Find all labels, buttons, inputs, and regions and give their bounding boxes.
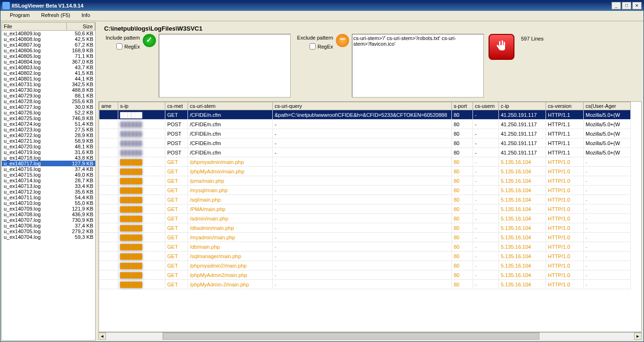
file-row[interactable]: u_ex140710.log55,0 KB <box>2 200 95 206</box>
file-row[interactable]: u_ex140725.log746,8 KB <box>2 115 95 121</box>
log-path: C:\inetpub\logs\LogFiles\W3SVC1 <box>98 23 642 34</box>
title-bar: IISLogViewer Beta V1.14.9.14 _ □ ✕ <box>0 0 644 11</box>
file-row[interactable]: u_ex140808.log42,5 KB <box>2 36 95 42</box>
include-label: Include pattern <box>106 35 140 41</box>
file-row[interactable]: u_ex140809.log50,6 KB <box>2 31 95 36</box>
file-row[interactable]: u_ex140712.log35,6 KB <box>2 189 95 195</box>
log-row[interactable]: ██████GET/sqlmanager/main.php-80-5.135.1… <box>99 252 631 261</box>
include-ok-icon <box>143 34 156 47</box>
minimize-button[interactable]: _ <box>611 2 621 9</box>
log-row[interactable]: ██████GET/phpMyAdmin2/main.php-80-5.135.… <box>99 270 631 280</box>
col-header[interactable]: cs(User-Ager <box>584 102 631 110</box>
col-header[interactable]: cs-usern <box>473 102 499 110</box>
file-row[interactable]: u_ex140730.log488,8 KB <box>2 87 95 93</box>
file-col-header-size[interactable]: Size <box>67 23 95 30</box>
log-row[interactable]: ██████POST/CFIDE/n.cfm-80-41.250.191.117… <box>99 120 631 129</box>
log-row[interactable]: ██████GET/phpMyAdmin/main.php-80-5.135.1… <box>99 167 631 176</box>
log-row[interactable]: ██████POST/CFIDE/n.cfm-80-41.250.191.117… <box>99 129 631 138</box>
file-row[interactable]: u_ex140731.log342,5 KB <box>2 81 95 87</box>
log-row[interactable]: ██████GET/admin/main.php-80-5.135.16.104… <box>99 214 631 223</box>
log-row[interactable]: ██████GET/sql/main.php-80-5.135.16.104HT… <box>99 195 631 204</box>
file-row[interactable]: u_ex140724.log51,4 KB <box>2 121 95 127</box>
exclude-regex-checkbox[interactable]: RegEx <box>310 43 333 49</box>
file-row[interactable]: u_ex140803.log43,7 KB <box>2 65 95 70</box>
file-row[interactable]: u_ex140727.log30,0 KB <box>2 104 95 110</box>
log-row[interactable]: ██████GET/dbadmin/main.php-80-5.135.16.1… <box>99 223 631 233</box>
file-row[interactable]: u_ex140716.log37,4 KB <box>2 166 95 172</box>
include-regex-checkbox[interactable]: RegEx <box>116 43 140 49</box>
file-row[interactable]: u_ex140722.log28,9 KB <box>2 132 95 138</box>
log-row[interactable]: ██████GET/phpMyAdmin-2/main.php-80-5.135… <box>99 280 631 289</box>
scroll-right-arrow[interactable]: ▸ <box>634 333 642 340</box>
log-row[interactable]: ██████GET/myadmin/main.php-80-5.135.16.1… <box>99 233 631 242</box>
col-header[interactable]: cs-version <box>546 102 584 110</box>
log-row[interactable]: ██████GET/phpmyadmin2/main.php-80-5.135.… <box>99 261 631 270</box>
file-row[interactable]: u_ex140802.log41,5 KB <box>2 70 95 76</box>
include-pattern-textarea[interactable] <box>159 34 291 98</box>
file-row[interactable]: u_ex140707.log730,9 KB <box>2 217 95 223</box>
menu-info[interactable]: Info <box>76 11 96 21</box>
col-header[interactable]: cs-uri-query <box>273 102 452 110</box>
log-row[interactable]: ██████GET/PMA/main.php-80-5.135.16.104HT… <box>99 204 631 214</box>
file-row[interactable]: u_ex140708.log436,9 KB <box>2 212 95 217</box>
menu-bar: Program Refresh (F5) Info <box>0 11 644 21</box>
app-icon <box>2 2 10 9</box>
file-row[interactable]: u_ex140719.log31,6 KB <box>2 149 95 155</box>
line-count: 597 Lines <box>519 34 546 43</box>
file-row[interactable]: u_ex140806.log168,9 KB <box>2 48 95 53</box>
log-row[interactable]: ██████GET/db/main.php-80-5.135.16.104HTT… <box>99 242 631 252</box>
log-grid[interactable]: ames-ipcs-metcs-uri-stemcs-uri-querys-po… <box>98 101 642 332</box>
col-header[interactable]: s-ip <box>118 102 165 110</box>
log-row[interactable]: ██████GET/mysql/main.php-80-5.135.16.104… <box>99 186 631 195</box>
file-list-pane: File Size u_ex140809.log50,6 KBu_ex14080… <box>1 22 96 341</box>
file-row[interactable]: u_ex140718.log43,8 KB <box>2 155 95 161</box>
stop-button[interactable] <box>489 34 514 60</box>
file-row[interactable]: u_ex140709.log121,9 KB <box>2 206 95 212</box>
window-title: IISLogViewer Beta V1.14.9.14 <box>12 3 611 8</box>
file-row[interactable]: u_ex140714.log28,7 KB <box>2 178 95 183</box>
file-row[interactable]: u_ex140717.log127,9 KB <box>2 161 95 166</box>
col-header[interactable]: cs-met <box>165 102 188 110</box>
file-row[interactable]: u_ex140807.log67,2 KB <box>2 42 95 48</box>
col-header[interactable]: c-ip <box>499 102 546 110</box>
file-row[interactable]: u_ex140801.log44,1 KB <box>2 76 95 81</box>
file-row[interactable]: u_ex140715.log49,0 KB <box>2 172 95 178</box>
file-row[interactable]: u_ex140706.log37,4 KB <box>2 223 95 228</box>
horizontal-scrollbar[interactable]: ◂ ▸ <box>98 332 642 340</box>
file-row[interactable]: u_ex140721.log58,9 KB <box>2 138 95 144</box>
log-row[interactable]: ██████GET/pma/main.php-80-5.135.16.104HT… <box>99 176 631 186</box>
file-row[interactable]: u_ex140705.log279,2 KB <box>2 228 95 234</box>
close-button[interactable]: ✕ <box>632 2 642 9</box>
file-row[interactable]: u_ex140711.log54,4 KB <box>2 195 95 200</box>
exclude-minus-icon <box>336 34 349 47</box>
maximize-button[interactable]: □ <box>622 2 631 9</box>
menu-program[interactable]: Program <box>4 11 35 21</box>
log-row[interactable]: ██████POST/CFIDE/n.cfm-80-41.250.191.117… <box>99 138 631 148</box>
log-row[interactable]: ██████GET/phpmyadmin/main.php-80-5.135.1… <box>99 157 631 167</box>
file-row[interactable]: u_ex140726.log52,2 KB <box>2 110 95 115</box>
file-row[interactable]: u_ex140804.log367,0 KB <box>2 59 95 65</box>
col-header[interactable]: ame <box>99 102 118 110</box>
file-row[interactable]: u_ex140805.log71,1 KB <box>2 53 95 59</box>
scroll-thumb[interactable] <box>163 333 539 340</box>
exclude-label: Exclude pattern <box>297 35 333 41</box>
file-col-header-file[interactable]: File <box>2 23 67 30</box>
log-row[interactable]: ██████GET/CFIDE/n.cfm&path=C:\inetpub\ww… <box>99 110 631 120</box>
file-list[interactable]: u_ex140809.log50,6 KBu_ex140808.log42,5 … <box>2 31 95 340</box>
hand-icon <box>494 39 510 55</box>
col-header[interactable]: s-port <box>452 102 473 110</box>
log-row[interactable]: ██████POST/CFIDE/n.cfm-80-41.250.191.117… <box>99 148 631 157</box>
col-header[interactable]: cs-uri-stem <box>188 102 273 110</box>
file-row[interactable]: u_ex140729.log88,1 KB <box>2 93 95 98</box>
file-row[interactable]: u_ex140713.log33,4 KB <box>2 183 95 189</box>
exclude-pattern-textarea[interactable]: cs-uri-stem>'/' cs-uri-stem>'/robots.txt… <box>352 34 484 98</box>
file-row[interactable]: u_ex140720.log48,1 KB <box>2 144 95 149</box>
file-row[interactable]: u_ex140723.log27,5 KB <box>2 127 95 132</box>
scroll-left-arrow[interactable]: ◂ <box>98 333 106 340</box>
file-row[interactable]: u_ex140704.log59,3 KB <box>2 234 95 240</box>
file-row[interactable]: u_ex140728.log255,6 KB <box>2 98 95 104</box>
menu-refresh[interactable]: Refresh (F5) <box>35 11 76 21</box>
